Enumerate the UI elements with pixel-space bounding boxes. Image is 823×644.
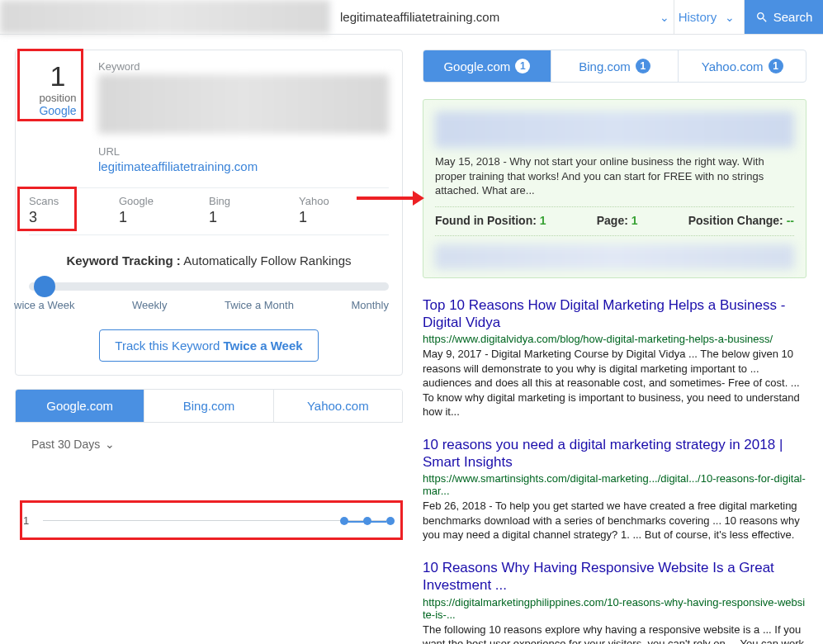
tracking-title: Keyword Tracking : Automatically Follow …: [29, 253, 389, 268]
engine-tabs: Google.com Bing.com Yahoo.com: [15, 389, 403, 423]
domain-input[interactable]: [330, 10, 655, 24]
engine-value: 1: [299, 209, 389, 226]
serp-title[interactable]: Top 10 Reasons How Digital Marketing Hel…: [423, 296, 806, 332]
data-point: [386, 517, 395, 525]
page-label: Page:: [597, 214, 628, 227]
keyword-url[interactable]: legitimateaffiliatetraining.com: [98, 159, 258, 173]
keyword-heading: Keyword: [98, 60, 389, 73]
left-column: 1 position Google Keyword URL legitimate…: [15, 50, 403, 644]
yahoo-cell: Yahoo 1: [299, 188, 389, 234]
serp-url[interactable]: https://www.smartinsights.com/digital-ma…: [423, 472, 806, 497]
rank-sparkline: 1: [15, 500, 403, 540]
found-label: Found in Position:: [435, 214, 537, 227]
engine-name: Bing: [209, 195, 299, 207]
domain-input-wrap: ⌄: [330, 0, 674, 34]
serp-title[interactable]: 10 reasons you need a digital marketing …: [423, 436, 806, 471]
slider-labels: wice a Week Weekly Twice a Month Monthly: [29, 299, 389, 311]
track-bold: Twice a Week: [223, 339, 302, 353]
serp-snippet: Feb 26, 2018 - To help you get started w…: [423, 499, 806, 542]
result-footer-blurred: [435, 244, 794, 269]
serp-list: Top 10 Reasons How Digital Marketing Hel…: [423, 296, 806, 644]
frequency-slider[interactable]: [29, 282, 389, 291]
serp-engine-tabs: Google.com 1 Bing.com 1 Yahoo.com 1: [423, 50, 806, 83]
highlighted-result: May 15, 2018 - Why not start your online…: [423, 99, 806, 278]
track-prefix: Track this Keyword: [115, 339, 220, 353]
tab-badge: 1: [636, 59, 650, 73]
page-value: 1: [631, 214, 638, 227]
tab-bing[interactable]: Bing.com 1: [551, 50, 679, 82]
tab-yahoo[interactable]: Yahoo.com 1: [678, 50, 806, 82]
slider-opt: Twice a Month: [225, 299, 294, 311]
tracking-prefix: Keyword Tracking :: [66, 253, 180, 268]
annotation-box: [17, 187, 77, 231]
tab-google[interactable]: Google.com: [16, 390, 144, 422]
url-heading: URL: [98, 145, 389, 158]
change-label: Position Change:: [688, 214, 783, 227]
tab-label: Bing.com: [579, 59, 631, 73]
serp-snippet: May 9, 2017 - Digital Marketing Course b…: [423, 347, 806, 419]
date-range-dropdown[interactable]: Past 30 Days ⌄: [15, 423, 403, 451]
engine-value: 1: [209, 209, 299, 226]
search-button[interactable]: Search: [745, 0, 823, 34]
google-cell: Google 1: [119, 188, 209, 234]
tab-yahoo[interactable]: Yahoo.com: [273, 390, 402, 422]
data-point: [363, 517, 371, 525]
bing-cell: Bing 1: [209, 188, 299, 234]
result-snippet: May 15, 2018 - Why not start your online…: [435, 154, 794, 198]
chevron-down-icon: ⌄: [105, 438, 115, 451]
serp-item: 10 reasons you need a digital marketing …: [423, 436, 806, 542]
keyword-card: 1 position Google Keyword URL legitimate…: [15, 50, 403, 376]
slider-opt: Monthly: [351, 299, 389, 311]
result-stats: Found in Position: 1 Page: 1 Position Ch…: [435, 214, 794, 227]
annotation-box: [17, 49, 83, 121]
tab-google[interactable]: Google.com 1: [423, 50, 551, 82]
keyword-text-blurred: [98, 74, 389, 134]
engine-value: 1: [119, 209, 209, 226]
history-button[interactable]: History ⌄: [674, 0, 745, 34]
top-bar: ⌄ History ⌄ Search: [0, 0, 823, 35]
chevron-down-icon[interactable]: ⌄: [655, 11, 674, 24]
tab-label: Google.com: [443, 59, 510, 73]
slider-opt: wice a Week: [14, 299, 74, 311]
data-point: [340, 517, 348, 525]
search-label: Search: [773, 10, 813, 24]
found-value: 1: [540, 214, 546, 227]
serp-item: Top 10 Reasons How Digital Marketing Hel…: [423, 296, 806, 419]
right-column: Google.com 1 Bing.com 1 Yahoo.com 1 May …: [423, 50, 806, 644]
tracking-suffix: Automatically Follow Rankings: [183, 253, 351, 268]
serp-item: 10 Reasons Why Having Responsive Website…: [423, 559, 806, 644]
slider-thumb[interactable]: [34, 276, 55, 297]
search-icon: [755, 11, 769, 24]
tab-label: Yahoo.com: [702, 59, 764, 73]
tab-badge: 1: [515, 59, 530, 73]
slider-opt: Weekly: [132, 299, 167, 311]
history-label: History: [679, 10, 717, 24]
change-value: --: [787, 214, 794, 227]
result-title-blurred: [435, 111, 794, 148]
engine-name: Yahoo: [299, 195, 389, 207]
tab-bing[interactable]: Bing.com: [144, 390, 272, 422]
serp-url[interactable]: https://www.digitalvidya.com/blog/how-di…: [423, 333, 806, 345]
track-keyword-button[interactable]: Track this Keyword Twice a Week: [99, 329, 318, 362]
date-range-label: Past 30 Days: [31, 438, 100, 451]
engine-name: Google: [119, 195, 209, 207]
serp-snippet: The following 10 reasons explore why hav…: [423, 623, 806, 644]
keyword-search-blurred: [0, 0, 330, 34]
serp-url[interactable]: https://digitalmarketingphilippines.com/…: [423, 596, 806, 621]
serp-title[interactable]: 10 Reasons Why Having Responsive Website…: [423, 559, 806, 594]
chevron-down-icon: ⌄: [720, 11, 740, 24]
tab-badge: 1: [769, 59, 783, 73]
